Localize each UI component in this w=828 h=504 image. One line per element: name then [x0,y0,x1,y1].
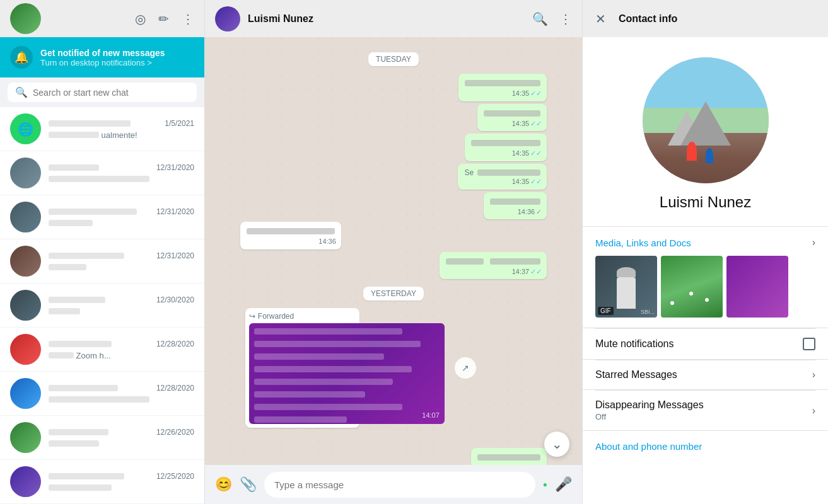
starred-messages-row[interactable]: Starred Messages › [595,360,815,389]
status-icon[interactable]: ◎ [135,11,146,26]
notification-banner[interactable]: 🔔 Get notified of new messages Turn on d… [0,37,204,77]
sidebar: ◎ ✏ ⋮ 🔔 Get notified of new messages Tur… [0,0,205,504]
media-thumb-gif[interactable]: GIF SBI... [595,256,657,318]
scroll-down-button[interactable]: ⌄ [544,432,569,457]
search-chat-icon[interactable]: 🔍 [532,11,548,26]
chat-name [49,250,124,261]
mute-section: Mute notifications [583,328,828,359]
panel-title: Contact info [619,13,677,25]
list-item[interactable]: 🌐 1/5/2021 ualmente! [0,107,204,151]
new-chat-icon[interactable]: ✏ [158,11,169,26]
date-divider-tuesday: TUESDAY [235,52,552,66]
chat-name [49,162,99,173]
list-item[interactable]: 12/28/2020 [0,372,204,416]
contact-avatar-large[interactable] [643,57,769,183]
media-thumb-video[interactable] [661,256,723,318]
close-panel-button[interactable]: ✕ [595,11,606,26]
attach-icon[interactable]: 📎 [240,476,257,493]
chat-list: 🌐 1/5/2021 ualmente! 12/31/2020 [0,107,204,504]
message-time: 14:35 ✓✓ [512,149,542,158]
search-bar: 🔍 [0,77,204,107]
chat-avatar [10,290,41,321]
chat-name [49,294,105,306]
chat-info: 12/26/2020 [49,427,194,449]
contact-name: Luismi Nunez [660,193,751,211]
about-section: About and phone number [583,430,828,462]
chat-area: Luismi Nunez 🔍 ⋮ TUESDAY 14:35 ✓✓ 14:35 … [205,0,582,504]
chat-preview: ualmente! [49,130,194,140]
message-sent: 14:35 ✓✓ [465,134,547,161]
chat-date: 12/26/2020 [156,428,194,437]
message-sent: 14:35 ✓✓ [458,74,547,101]
chat-date: 12/30/2020 [156,295,194,304]
mute-checkbox[interactable] [803,338,815,350]
send-dot: ● [543,480,547,489]
chat-name [49,118,131,129]
menu-icon[interactable]: ⋮ [182,11,194,26]
chat-avatar: 🌐 [10,113,41,144]
message-sent: 18:40 ✓✓ [471,448,547,465]
gif-label: GIF [598,307,614,315]
chat-preview [49,175,194,184]
message-sent: 14:37 ✓✓ [440,252,547,280]
chat-info: 12/28/2020 Zoom h... [49,338,194,360]
message-sent: 14:35 ✓✓ [477,104,547,132]
search-input-wrap: 🔍 [8,83,197,102]
chat-preview: Zoom h... [49,351,194,360]
chat-date: 1/5/2021 [165,119,194,128]
list-item[interactable]: 12/25/2020 [0,460,204,504]
message-time: 14:36 ✓ [518,207,542,217]
chat-name [49,427,108,438]
chat-date: 12/25/2020 [156,472,194,481]
microphone-icon[interactable]: 🎤 [555,476,572,493]
my-avatar[interactable] [10,3,41,34]
list-item[interactable]: 12/30/2020 [0,284,204,328]
list-item[interactable]: 12/26/2020 [0,416,204,460]
sidebar-header-icons: ◎ ✏ ⋮ [135,11,194,26]
message-received: 14:36 [240,222,341,249]
search-input[interactable] [33,88,189,98]
list-item[interactable]: 12/31/2020 [0,151,204,195]
chat-date: 12/28/2020 [156,340,194,348]
message-sent: Se 14:35 ✓✓ [458,164,547,190]
disappearing-status: Off [595,412,704,421]
chat-date: 12/31/2020 [156,163,194,172]
forwarded-message: ↪ Forwarded 14:07 [245,308,360,428]
media-links-header[interactable]: Media, Links and Docs › [595,237,815,256]
about-phone-link[interactable]: About and phone number [595,441,702,452]
chat-name [49,382,118,394]
date-divider-yesterday: YESTERDAY [235,287,552,301]
disappearing-label: Disappearing Messages [595,399,704,411]
chat-header: Luismi Nunez 🔍 ⋮ [205,0,582,37]
chat-preview [49,307,194,316]
list-item[interactable]: 12/31/2020 [0,239,204,284]
chat-date: 12/28/2020 [156,384,194,392]
list-item[interactable]: 12/31/2020 [0,195,204,239]
forward-share-button[interactable]: ↗ [455,357,476,379]
notification-text: Get notified of new messages Turn on des… [40,48,165,67]
chat-info: 12/28/2020 [49,382,194,404]
disappearing-messages-row[interactable]: Disappearing Messages Off › [595,390,815,430]
list-item[interactable]: 12/28/2020 Zoom h... [0,328,204,372]
emoji-icon[interactable]: 😊 [215,476,232,493]
chat-avatar [10,466,41,497]
message-input[interactable] [264,472,535,498]
chat-header-avatar[interactable] [215,6,240,32]
media-thumb-image[interactable] [726,256,788,318]
contact-info-panel: ✕ Contact info Luismi Nunez Media, Links… [582,0,828,504]
date-label: TUESDAY [368,52,419,66]
sidebar-header: ◎ ✏ ⋮ [0,0,204,37]
chat-header-icons: 🔍 ⋮ [532,11,572,26]
starred-section: Starred Messages › [583,359,828,389]
chat-top: 1/5/2021 [49,118,194,129]
chat-info: 12/25/2020 [49,471,194,493]
date-label: YESTERDAY [363,287,424,301]
forwarded-label: ↪ Forwarded [249,312,356,321]
chat-preview [49,439,194,449]
mute-notifications-row[interactable]: Mute notifications [595,328,815,359]
chat-avatar [10,334,41,365]
message-sent: 14:36 ✓ [484,192,547,220]
media-links-title: Media, Links and Docs [595,238,691,248]
chat-input-area: 😊 📎 ● 🎤 [205,465,582,504]
chat-menu-icon[interactable]: ⋮ [559,11,572,26]
